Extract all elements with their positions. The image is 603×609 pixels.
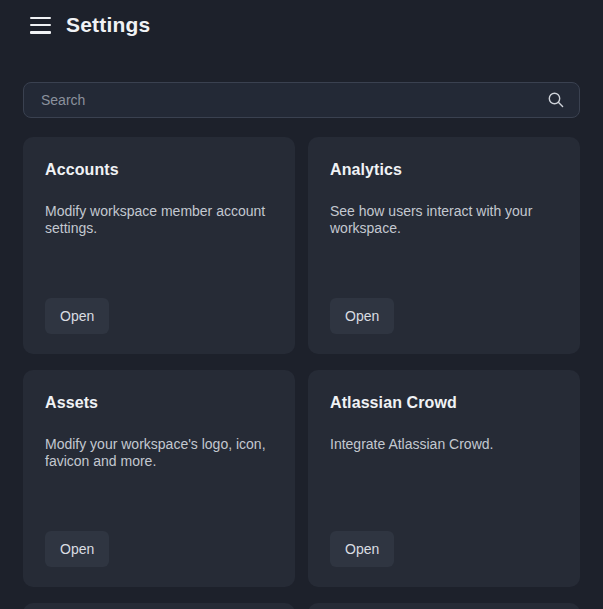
card-description: Modify your workspace's logo, icon, favi… (45, 436, 273, 470)
search-bar (23, 82, 580, 118)
card-partial (23, 603, 295, 609)
card-title: Assets (45, 393, 273, 412)
header: Settings (0, 0, 603, 37)
card-title: Accounts (45, 160, 273, 179)
open-button-analytics[interactable]: Open (330, 298, 394, 334)
main-content: Accounts Modify workspace member account… (0, 82, 603, 609)
open-button-accounts[interactable]: Open (45, 298, 109, 334)
search-icon[interactable] (547, 91, 565, 109)
hamburger-bar (30, 31, 51, 34)
open-button-atlassian-crowd[interactable]: Open (330, 531, 394, 567)
card-assets: Assets Modify your workspace's logo, ico… (23, 370, 295, 587)
page-title: Settings (66, 13, 150, 37)
hamburger-bar (30, 17, 51, 20)
settings-cards-grid: Accounts Modify workspace member account… (23, 137, 580, 609)
card-description: Integrate Atlassian Crowd. (330, 436, 558, 453)
card-description: See how users interact with your workspa… (330, 203, 558, 237)
hamburger-bar (30, 24, 51, 27)
card-partial (308, 603, 580, 609)
card-title: Analytics (330, 160, 558, 179)
card-accounts: Accounts Modify workspace member account… (23, 137, 295, 354)
card-description: Modify workspace member account settings… (45, 203, 273, 237)
open-button-assets[interactable]: Open (45, 531, 109, 567)
card-title: Atlassian Crowd (330, 393, 558, 412)
card-atlassian-crowd: Atlassian Crowd Integrate Atlassian Crow… (308, 370, 580, 587)
hamburger-menu-icon[interactable] (30, 17, 51, 34)
search-input[interactable] (23, 82, 580, 118)
card-analytics: Analytics See how users interact with yo… (308, 137, 580, 354)
